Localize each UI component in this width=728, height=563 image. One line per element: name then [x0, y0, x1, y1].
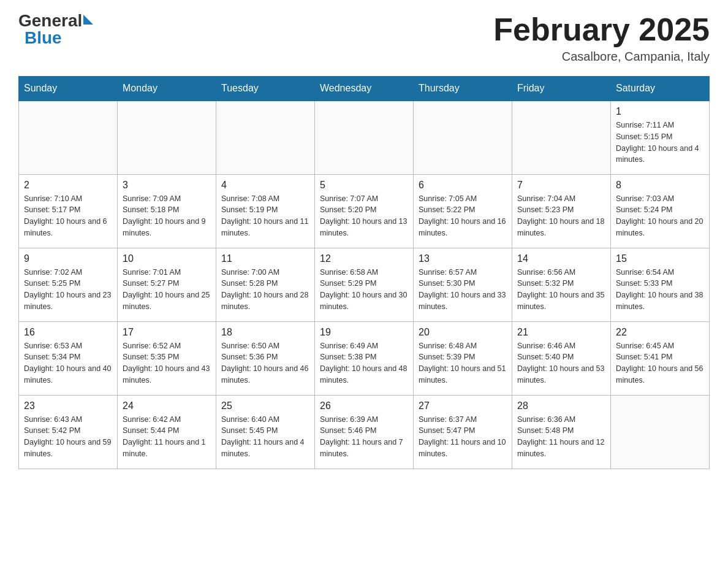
- calendar-cell: 21Sunrise: 6:46 AMSunset: 5:40 PMDayligh…: [512, 321, 611, 395]
- day-info: Sunrise: 7:10 AMSunset: 5:17 PMDaylight:…: [24, 193, 112, 239]
- day-info: Sunrise: 6:40 AMSunset: 5:45 PMDaylight:…: [221, 414, 309, 460]
- day-number: 11: [221, 253, 309, 264]
- day-info: Sunrise: 6:57 AMSunset: 5:30 PMDaylight:…: [419, 267, 507, 313]
- day-info: Sunrise: 6:54 AMSunset: 5:33 PMDaylight:…: [616, 267, 704, 313]
- weekday-header: Friday: [512, 77, 611, 101]
- calendar-cell: 24Sunrise: 6:42 AMSunset: 5:44 PMDayligh…: [118, 395, 216, 469]
- day-info: Sunrise: 7:01 AMSunset: 5:27 PMDaylight:…: [123, 267, 211, 313]
- day-info: Sunrise: 6:48 AMSunset: 5:39 PMDaylight:…: [419, 340, 507, 386]
- logo-general-text: General: [18, 12, 82, 29]
- calendar-cell: 5Sunrise: 7:07 AMSunset: 5:20 PMDaylight…: [315, 174, 414, 248]
- calendar-table: SundayMondayTuesdayWednesdayThursdayFrid…: [18, 76, 710, 469]
- day-info: Sunrise: 6:45 AMSunset: 5:41 PMDaylight:…: [616, 340, 704, 386]
- calendar-cell: 16Sunrise: 6:53 AMSunset: 5:34 PMDayligh…: [19, 321, 118, 395]
- day-number: 25: [221, 400, 309, 412]
- day-number: 14: [517, 253, 605, 264]
- day-number: 10: [123, 253, 211, 264]
- day-info: Sunrise: 7:00 AMSunset: 5:28 PMDaylight:…: [221, 267, 309, 313]
- calendar-cell: 11Sunrise: 7:00 AMSunset: 5:28 PMDayligh…: [216, 248, 315, 321]
- calendar-cell: 7Sunrise: 7:04 AMSunset: 5:23 PMDaylight…: [512, 174, 611, 248]
- day-info: Sunrise: 7:02 AMSunset: 5:25 PMDaylight:…: [24, 267, 112, 313]
- weekday-header: Tuesday: [216, 77, 315, 101]
- calendar-cell: 23Sunrise: 6:43 AMSunset: 5:42 PMDayligh…: [19, 395, 118, 469]
- calendar-cell: 1Sunrise: 7:11 AMSunset: 5:15 PMDaylight…: [611, 101, 710, 174]
- title-block: February 2025 Casalbore, Campania, Italy: [493, 12, 710, 64]
- day-number: 16: [24, 327, 112, 338]
- day-number: 22: [616, 327, 704, 338]
- day-info: Sunrise: 6:50 AMSunset: 5:36 PMDaylight:…: [221, 340, 309, 386]
- calendar-cell: [216, 101, 315, 174]
- day-info: Sunrise: 7:11 AMSunset: 5:15 PMDaylight:…: [616, 120, 704, 166]
- calendar-cell: 15Sunrise: 6:54 AMSunset: 5:33 PMDayligh…: [611, 248, 710, 321]
- day-info: Sunrise: 6:37 AMSunset: 5:47 PMDaylight:…: [419, 414, 507, 460]
- calendar-week-row: 23Sunrise: 6:43 AMSunset: 5:42 PMDayligh…: [19, 395, 710, 469]
- day-info: Sunrise: 6:39 AMSunset: 5:46 PMDaylight:…: [320, 414, 408, 460]
- calendar-cell: 26Sunrise: 6:39 AMSunset: 5:46 PMDayligh…: [315, 395, 414, 469]
- weekday-header: Thursday: [414, 77, 512, 101]
- calendar-cell: 4Sunrise: 7:08 AMSunset: 5:19 PMDaylight…: [216, 174, 315, 248]
- calendar-cell: 19Sunrise: 6:49 AMSunset: 5:38 PMDayligh…: [315, 321, 414, 395]
- logo: General Blue: [18, 12, 93, 47]
- calendar-cell: 13Sunrise: 6:57 AMSunset: 5:30 PMDayligh…: [414, 248, 512, 321]
- day-number: 8: [616, 180, 704, 191]
- day-number: 3: [123, 180, 211, 191]
- day-number: 24: [123, 400, 211, 412]
- calendar-cell: [512, 101, 611, 174]
- calendar-cell: 27Sunrise: 6:37 AMSunset: 5:47 PMDayligh…: [414, 395, 512, 469]
- month-title: February 2025: [493, 12, 710, 47]
- calendar-cell: 20Sunrise: 6:48 AMSunset: 5:39 PMDayligh…: [414, 321, 512, 395]
- calendar-cell: 2Sunrise: 7:10 AMSunset: 5:17 PMDaylight…: [19, 174, 118, 248]
- day-info: Sunrise: 7:09 AMSunset: 5:18 PMDaylight:…: [123, 193, 211, 239]
- weekday-header: Wednesday: [315, 77, 414, 101]
- day-number: 17: [123, 327, 211, 338]
- day-number: 23: [24, 400, 112, 412]
- day-number: 13: [419, 253, 507, 264]
- day-info: Sunrise: 6:49 AMSunset: 5:38 PMDaylight:…: [320, 340, 408, 386]
- logo-blue-text: Blue: [25, 29, 62, 47]
- calendar-cell: 14Sunrise: 6:56 AMSunset: 5:32 PMDayligh…: [512, 248, 611, 321]
- day-number: 20: [419, 327, 507, 338]
- calendar-cell: 28Sunrise: 6:36 AMSunset: 5:48 PMDayligh…: [512, 395, 611, 469]
- day-number: 1: [616, 106, 704, 117]
- day-number: 26: [320, 400, 408, 412]
- weekday-header: Saturday: [611, 77, 710, 101]
- day-info: Sunrise: 7:07 AMSunset: 5:20 PMDaylight:…: [320, 193, 408, 239]
- day-number: 6: [419, 180, 507, 191]
- calendar-header-row: SundayMondayTuesdayWednesdayThursdayFrid…: [19, 77, 710, 101]
- day-number: 15: [616, 253, 704, 264]
- day-number: 7: [517, 180, 605, 191]
- day-number: 12: [320, 253, 408, 264]
- calendar-cell: 12Sunrise: 6:58 AMSunset: 5:29 PMDayligh…: [315, 248, 414, 321]
- day-number: 19: [320, 327, 408, 338]
- day-info: Sunrise: 6:42 AMSunset: 5:44 PMDaylight:…: [123, 414, 211, 460]
- calendar-cell: 8Sunrise: 7:03 AMSunset: 5:24 PMDaylight…: [611, 174, 710, 248]
- calendar-cell: 10Sunrise: 7:01 AMSunset: 5:27 PMDayligh…: [118, 248, 216, 321]
- calendar-cell: 25Sunrise: 6:40 AMSunset: 5:45 PMDayligh…: [216, 395, 315, 469]
- calendar-week-row: 2Sunrise: 7:10 AMSunset: 5:17 PMDaylight…: [19, 174, 710, 248]
- day-info: Sunrise: 6:46 AMSunset: 5:40 PMDaylight:…: [517, 340, 605, 386]
- day-info: Sunrise: 6:56 AMSunset: 5:32 PMDaylight:…: [517, 267, 605, 313]
- calendar-cell: 3Sunrise: 7:09 AMSunset: 5:18 PMDaylight…: [118, 174, 216, 248]
- calendar-cell: [414, 101, 512, 174]
- calendar-week-row: 9Sunrise: 7:02 AMSunset: 5:25 PMDaylight…: [19, 248, 710, 321]
- day-info: Sunrise: 6:53 AMSunset: 5:34 PMDaylight:…: [24, 340, 112, 386]
- day-info: Sunrise: 6:43 AMSunset: 5:42 PMDaylight:…: [24, 414, 112, 460]
- calendar-cell: 6Sunrise: 7:05 AMSunset: 5:22 PMDaylight…: [414, 174, 512, 248]
- day-info: Sunrise: 7:08 AMSunset: 5:19 PMDaylight:…: [221, 193, 309, 239]
- day-info: Sunrise: 6:58 AMSunset: 5:29 PMDaylight:…: [320, 267, 408, 313]
- day-info: Sunrise: 6:52 AMSunset: 5:35 PMDaylight:…: [123, 340, 211, 386]
- calendar-cell: 17Sunrise: 6:52 AMSunset: 5:35 PMDayligh…: [118, 321, 216, 395]
- day-number: 5: [320, 180, 408, 191]
- logo-triangle-icon: [83, 15, 93, 25]
- weekday-header: Monday: [118, 77, 216, 101]
- calendar-cell: 9Sunrise: 7:02 AMSunset: 5:25 PMDaylight…: [19, 248, 118, 321]
- calendar-cell: [118, 101, 216, 174]
- weekday-header: Sunday: [19, 77, 118, 101]
- day-info: Sunrise: 6:36 AMSunset: 5:48 PMDaylight:…: [517, 414, 605, 460]
- day-info: Sunrise: 7:04 AMSunset: 5:23 PMDaylight:…: [517, 193, 605, 239]
- calendar-week-row: 16Sunrise: 6:53 AMSunset: 5:34 PMDayligh…: [19, 321, 710, 395]
- day-number: 18: [221, 327, 309, 338]
- day-number: 4: [221, 180, 309, 191]
- location-title: Casalbore, Campania, Italy: [493, 50, 710, 64]
- calendar-cell: [19, 101, 118, 174]
